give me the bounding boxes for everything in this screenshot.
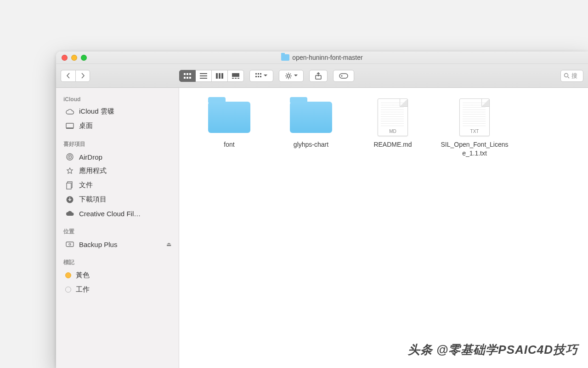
grid-small-icon: [255, 73, 262, 79]
folder-icon: [281, 54, 289, 61]
file-label: README.md: [373, 140, 412, 149]
search-input[interactable]: 搜: [560, 70, 583, 82]
finder-window: open-huninn-font-master: [56, 52, 588, 368]
action-button[interactable]: [279, 70, 304, 82]
svg-rect-7: [200, 75, 207, 76]
sidebar-item-airdrop[interactable]: AirDrop: [56, 150, 179, 164]
sidebar-item-downloads[interactable]: 下載項目: [56, 192, 179, 207]
sidebar-item-creative-cloud[interactable]: Creative Cloud Fil…: [56, 207, 179, 220]
downloads-icon: [65, 196, 74, 204]
sidebar-item-icloud-drive[interactable]: iCloud 雲碟: [56, 104, 179, 119]
svg-rect-16: [255, 73, 257, 75]
tags-button[interactable]: [333, 70, 354, 82]
svg-rect-11: [221, 73, 223, 79]
titlebar: open-huninn-font-master: [56, 52, 588, 64]
window-title: open-huninn-font-master: [56, 54, 588, 61]
file-item-document[interactable]: MD README.md: [356, 99, 429, 158]
sidebar-item-label: Backup Plus: [79, 241, 117, 248]
svg-point-26: [565, 74, 568, 77]
svg-rect-3: [184, 77, 186, 79]
sidebar: iCloud iCloud 雲碟 桌面 喜好項目 AirDrop: [56, 88, 179, 368]
svg-rect-24: [339, 74, 348, 78]
minimize-button[interactable]: [71, 55, 77, 61]
gear-icon: [285, 72, 292, 80]
sidebar-item-tag-yellow[interactable]: 黃色: [56, 268, 179, 282]
sidebar-heading: iCloud: [56, 93, 179, 104]
forward-button[interactable]: [75, 70, 90, 82]
sidebar-item-desktop[interactable]: 桌面: [56, 119, 179, 133]
icon-view-button[interactable]: [179, 70, 196, 82]
sidebar-heading: 標記: [56, 256, 179, 268]
svg-rect-28: [66, 123, 74, 128]
svg-rect-29: [66, 128, 74, 129]
gallery-view-button[interactable]: [228, 70, 244, 82]
svg-point-22: [287, 75, 290, 77]
svg-line-27: [568, 77, 569, 78]
file-grid: font glyhps-chart MD README.md TXT SIL_O…: [179, 88, 588, 368]
sidebar-item-tag-work[interactable]: 工作: [56, 282, 179, 297]
svg-rect-15: [237, 78, 239, 79]
window-title-text: open-huninn-font-master: [292, 54, 362, 61]
svg-rect-2: [189, 73, 191, 75]
svg-rect-34: [67, 183, 71, 189]
maximize-button[interactable]: [81, 55, 87, 61]
search-icon: [564, 73, 570, 79]
gallery-icon: [232, 73, 239, 79]
svg-rect-13: [232, 78, 234, 79]
eject-icon[interactable]: ⏏: [166, 241, 171, 247]
sidebar-item-label: 應用程式: [79, 167, 107, 175]
chevron-left-icon: [66, 73, 70, 79]
nav-buttons: [61, 70, 90, 82]
svg-rect-20: [258, 76, 259, 77]
sidebar-item-backup-plus[interactable]: Backup Plus ⏏: [56, 237, 179, 251]
sidebar-item-applications[interactable]: 應用程式: [56, 164, 179, 178]
list-icon: [200, 73, 207, 79]
share-icon: [315, 72, 322, 80]
list-view-button[interactable]: [196, 70, 212, 82]
file-item-folder[interactable]: glyhps-chart: [275, 99, 347, 158]
sidebar-item-documents[interactable]: 文件: [56, 178, 179, 192]
tag-dot-icon: [65, 287, 71, 293]
tag-icon: [339, 73, 348, 79]
toolbar: 搜: [56, 64, 588, 88]
svg-rect-4: [187, 77, 188, 79]
svg-rect-8: [200, 78, 207, 79]
search-placeholder: 搜: [571, 72, 577, 80]
sidebar-item-label: iCloud 雲碟: [79, 107, 114, 116]
sidebar-section-locations: 位置 Backup Plus ⏏: [56, 222, 179, 253]
documents-icon: [65, 181, 74, 190]
svg-rect-10: [219, 73, 220, 79]
document-icon: MD: [371, 99, 415, 136]
svg-rect-19: [255, 76, 257, 77]
sidebar-item-label: 下載項目: [79, 195, 107, 204]
document-icon: TXT: [452, 99, 497, 136]
svg-rect-12: [232, 73, 239, 77]
sidebar-item-label: AirDrop: [79, 153, 102, 161]
desktop-icon: [65, 122, 74, 130]
file-item-document[interactable]: TXT SIL_Open_Font_License_1.1.txt: [438, 99, 511, 158]
svg-point-37: [69, 243, 71, 245]
back-button[interactable]: [61, 70, 75, 82]
svg-rect-0: [184, 73, 186, 75]
file-item-folder[interactable]: font: [193, 99, 266, 158]
sidebar-item-label: Creative Cloud Fil…: [79, 210, 141, 218]
cloud-icon: [65, 108, 74, 116]
svg-point-32: [69, 156, 71, 158]
apps-icon: [65, 167, 74, 175]
svg-rect-1: [187, 73, 188, 75]
chevron-down-icon: [294, 75, 298, 77]
share-button[interactable]: [309, 70, 328, 82]
columns-icon: [216, 73, 223, 79]
watermark-text: 头条 @零基础学PSAIC4D技巧: [408, 342, 578, 358]
file-label: SIL_Open_Font_License_1.1.txt: [440, 140, 509, 158]
column-view-button[interactable]: [212, 70, 228, 82]
airdrop-icon: [65, 153, 74, 161]
chevron-down-icon: [264, 75, 267, 77]
group-by-button[interactable]: [249, 70, 273, 82]
creative-cloud-icon: [65, 209, 74, 218]
sidebar-item-label: 工作: [76, 285, 90, 294]
tag-dot-icon: [65, 272, 71, 278]
sidebar-section-tags: 標記 黃色 工作: [56, 253, 179, 299]
folder-icon: [207, 99, 251, 136]
close-button[interactable]: [62, 55, 68, 61]
